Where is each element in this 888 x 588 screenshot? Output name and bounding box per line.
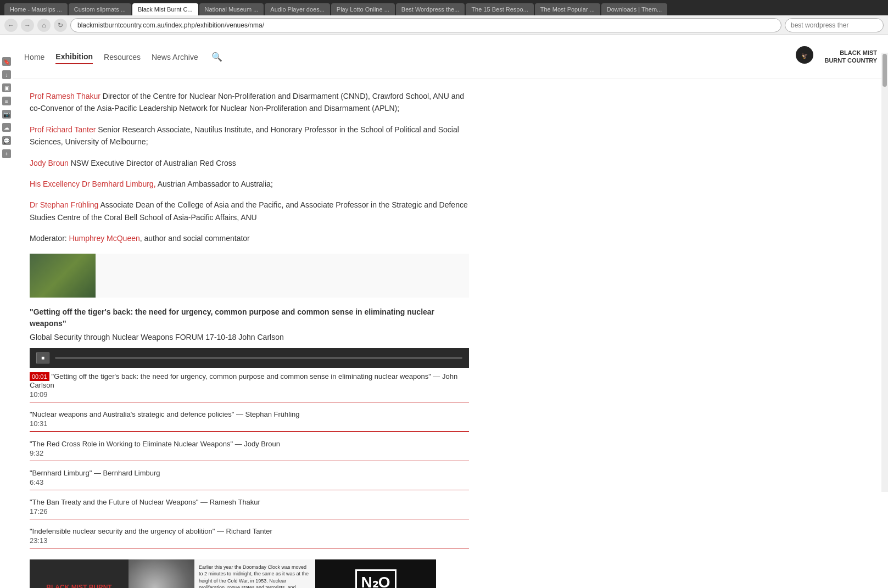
thumbnail-container xyxy=(30,254,469,298)
nav-home[interactable]: Home xyxy=(24,51,44,64)
tab-national[interactable]: National Museum ... xyxy=(199,3,264,15)
browser-tabs: Home - Mauslips ... Custom sliprnats ...… xyxy=(0,0,888,15)
person-name-thakur[interactable]: Prof Ramesh Thakur xyxy=(30,92,100,100)
moderator-name[interactable]: Humphrey McQueen xyxy=(69,234,140,243)
person-name-fruhling[interactable]: Dr Stephan Frühling xyxy=(30,200,98,209)
track-item-4: "Bernhard Limburg" — Bernhard Limburg 6:… xyxy=(30,469,469,490)
track-duration-3: 9:32 xyxy=(30,449,469,457)
site-logo: 🦅 xyxy=(790,44,819,70)
address-bar[interactable] xyxy=(70,18,781,32)
tab-popular[interactable]: The Most Popular ... xyxy=(535,3,600,15)
bottom-images-row: BLACK MIST BURNT COUNTRY TESTING THE BOM… xyxy=(30,559,469,588)
tab-blackmist[interactable]: Black Mist Burnt C... xyxy=(132,3,198,15)
person-entry-limburg: His Excellency Dr Bernhard Limburg, Aust… xyxy=(30,178,469,190)
tab-wordpress[interactable]: Best Wordpress the... xyxy=(396,3,465,15)
audio-progress-bar[interactable] xyxy=(55,357,462,359)
svg-text:🦅: 🦅 xyxy=(801,52,808,59)
logo-line1: BLACK MIST xyxy=(840,49,877,57)
person-name-broun[interactable]: Jody Broun xyxy=(30,159,69,167)
site-nav: Home Exhibition Resources News Archive 🔍… xyxy=(13,35,888,79)
tab-home[interactable]: Home - Mauslips ... xyxy=(4,3,68,15)
back-button[interactable]: ← xyxy=(4,19,18,32)
list-icon[interactable]: ≡ xyxy=(2,97,11,105)
nav-links: Home Exhibition Resources News Archive 🔍 xyxy=(24,49,790,64)
track-item-6: "Indefensible nuclear security and the u… xyxy=(30,527,469,548)
bookmark-icon[interactable]: 🔖 xyxy=(2,57,11,66)
tab-audio[interactable]: Audio Player does... xyxy=(265,3,329,15)
track-item-5: "The Ban Treaty and the Future of Nuclea… xyxy=(30,498,469,519)
nav-exhibition[interactable]: Exhibition xyxy=(55,50,93,64)
person-entry-tanter: Prof Richard Tanter Senior Research Asso… xyxy=(30,124,469,148)
track-item-3: "The Red Cross Role in Working to Elimin… xyxy=(30,440,469,461)
track-duration-5: 17:26 xyxy=(30,507,469,516)
bottom-nuke-sign-img: N₂O NO NUKES TESTS xyxy=(315,559,436,588)
person-name-limburg[interactable]: His Excellency Dr Bernhard Limburg, xyxy=(30,180,156,188)
thumbnail-image xyxy=(30,254,96,298)
bottom-logo-brand: BLACK MIST BURNT COUNTRY xyxy=(35,584,123,588)
tab-lotto[interactable]: Play Lotto Online ... xyxy=(331,3,395,15)
track-duration-2: 10:31 xyxy=(30,419,469,428)
track-title-6: "Indefensible nuclear security and the u… xyxy=(30,527,469,535)
person-desc-broun: NSW Executive Director of Australian Red… xyxy=(71,159,236,167)
down-icon[interactable]: ↓ xyxy=(2,70,11,79)
tab-custom[interactable]: Custom sliprnats ... xyxy=(69,3,131,15)
person-name-tanter[interactable]: Prof Richard Tanter xyxy=(30,125,96,134)
home-nav-button[interactable]: ⌂ xyxy=(37,19,51,32)
track-title-5: "The Ban Treaty and the Future of Nuclea… xyxy=(30,498,469,506)
track-duration-4: 6:43 xyxy=(30,478,469,486)
moderator-line: Moderator: Humphrey McQueen, author and … xyxy=(30,232,469,244)
reload-button[interactable]: ↻ xyxy=(54,19,67,32)
track-title-4: "Bernhard Limburg" — Bernhard Limburg xyxy=(30,469,469,477)
play-button[interactable]: ■ xyxy=(36,352,49,363)
track-duration-6: 23:13 xyxy=(30,536,469,545)
bottom-description-text: Earlier this year the Doomsday Clock was… xyxy=(194,559,315,588)
person-entry-fruhling: Dr Stephan Frühling Associate Dean of th… xyxy=(30,199,469,223)
track-duration-1: 10:09 xyxy=(30,390,469,399)
bottom-sphere-img xyxy=(129,559,194,588)
content-area: Prof Ramesh Thakur Director of the Centr… xyxy=(13,79,888,588)
quote-title: "Getting off the tiger's back: the need … xyxy=(30,306,469,329)
cloud-icon[interactable]: ☁ xyxy=(2,123,11,132)
audio-player-bar[interactable]: ■ xyxy=(30,348,469,368)
nav-resources[interactable]: Resources xyxy=(104,51,141,64)
scrollbar-thumb[interactable] xyxy=(883,54,887,87)
video-thumbnail[interactable] xyxy=(30,254,96,298)
scrollbar-track[interactable] xyxy=(881,53,888,492)
logo-text: BLACK MIST BURNT COUNTRY xyxy=(824,49,877,64)
chat-icon[interactable]: 💬 xyxy=(2,136,11,145)
moderator-label: Moderator: xyxy=(30,234,67,243)
tab-downloads[interactable]: Downloads | Them... xyxy=(601,3,667,15)
track-item-2: "Nuclear weapons and Australia's strateg… xyxy=(30,410,469,432)
moderator-desc: , author and social commentator xyxy=(140,234,250,243)
person-entry-thakur: Prof Ramesh Thakur Director of the Centr… xyxy=(30,90,469,115)
main-content: Prof Ramesh Thakur Director of the Centr… xyxy=(13,79,485,588)
search-icon[interactable]: 🔍 xyxy=(209,49,225,64)
now-playing-title: 00:01"Getting off the tiger's back: the … xyxy=(30,372,469,389)
browser-search-input[interactable] xyxy=(785,18,884,32)
bottom-text-content: Earlier this year the Doomsday Clock was… xyxy=(199,564,311,588)
forward-button[interactable]: → xyxy=(21,19,34,32)
logo-line2: BURNT COUNTRY xyxy=(824,57,877,64)
window-icon[interactable]: ▣ xyxy=(2,83,11,92)
left-sidebar: 🔖 ↓ ▣ ≡ 📷 ☁ 💬 + xyxy=(0,53,13,163)
sidebar-right xyxy=(485,79,650,588)
logo-area: 🦅 BLACK MIST BURNT COUNTRY xyxy=(790,44,877,70)
browser-toolbar: ← → ⌂ ↻ xyxy=(0,15,888,35)
person-entry-broun: Jody Broun NSW Executive Director of Aus… xyxy=(30,157,469,169)
quote-subtitle: Global Security through Nuclear Weapons … xyxy=(30,333,469,341)
nuke-symbol: N₂O xyxy=(355,569,396,588)
nav-news-archive[interactable]: News Archive xyxy=(152,51,198,64)
thumbnail-spacer xyxy=(96,254,469,298)
person-desc-limburg: Austrian Ambassador to Australia; xyxy=(158,180,273,188)
track-title-3: "The Red Cross Role in Working to Elimin… xyxy=(30,440,469,448)
add-icon[interactable]: + xyxy=(2,149,11,158)
bottom-logo-img: BLACK MIST BURNT COUNTRY TESTING THE BOM… xyxy=(30,559,129,588)
track-title-2: "Nuclear weapons and Australia's strateg… xyxy=(30,410,469,418)
site-wrapper: Home Exhibition Resources News Archive 🔍… xyxy=(13,35,888,588)
tab-responsive[interactable]: The 15 Best Respo... xyxy=(466,3,533,15)
instagram-icon[interactable]: 📷 xyxy=(2,110,11,119)
now-playing-track: 00:01"Getting off the tiger's back: the … xyxy=(30,372,469,402)
current-time-badge: 00:01 xyxy=(30,372,49,381)
